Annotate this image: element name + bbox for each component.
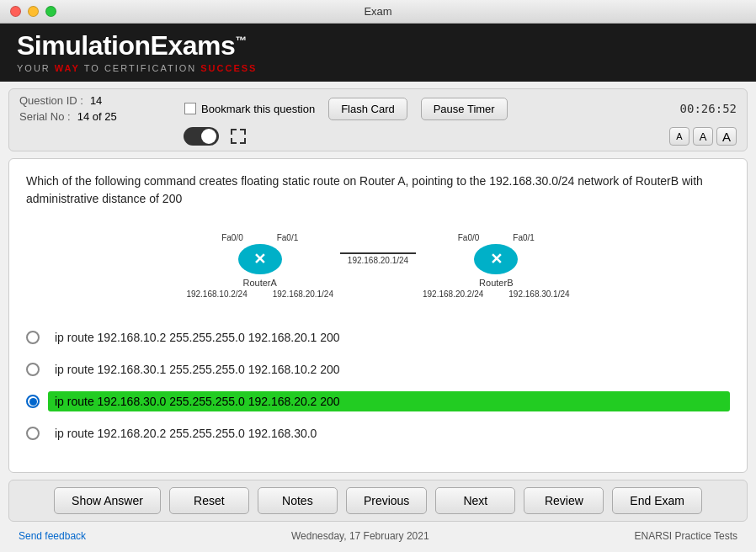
- question-info: Question ID : 14 Serial No : 14 of 25: [19, 94, 171, 123]
- end-exam-button[interactable]: End Exam: [612, 487, 702, 514]
- router-a-port-left: Fa0/0: [221, 233, 243, 242]
- bottom-bar: Show Answer Reset Notes Previous Next Re…: [8, 480, 748, 522]
- toggle-switch[interactable]: [184, 127, 219, 146]
- toggle-knob: [201, 129, 216, 144]
- reset-button[interactable]: Reset: [169, 487, 249, 514]
- font-small-button[interactable]: A: [669, 127, 689, 146]
- router-a-ip-right: 192.168.20.1/24: [273, 289, 333, 299]
- options-list: ip route 192.168.10.2 255.255.255.0 192.…: [26, 327, 730, 443]
- bookmark-checkbox[interactable]: [184, 103, 196, 114]
- radio-b[interactable]: [26, 363, 40, 376]
- window-controls[interactable]: [10, 6, 56, 17]
- show-answer-button[interactable]: Show Answer: [54, 487, 161, 514]
- timer-display: 00:26:52: [680, 102, 737, 115]
- question-id-label: Question ID :: [19, 94, 83, 107]
- maximize-button[interactable]: [45, 6, 56, 17]
- option-a[interactable]: ip route 192.168.10.2 255.255.255.0 192.…: [26, 327, 730, 348]
- footer-date: Wednesday, 17 February 2021: [291, 530, 429, 542]
- router-a-section: Fa0/0 Fa0/1 ✕ RouterA 192.168.10.2/24 19…: [186, 233, 333, 299]
- pause-timer-button[interactable]: Pause Timer: [421, 98, 508, 120]
- footer-product: ENARSI Practice Tests: [635, 530, 737, 542]
- expand-icon[interactable]: [229, 127, 248, 146]
- router-b-ip-right: 192.168.30.1/24: [508, 289, 569, 299]
- router-a-icon: ✕: [238, 244, 282, 274]
- window-title: Exam: [364, 5, 391, 18]
- router-a-label: RouterA: [243, 278, 277, 288]
- question-id-value: 14: [90, 94, 102, 107]
- option-d-text: ip route 192.168.20.2 255.255.255.0 192.…: [48, 423, 323, 443]
- router-b-ip-left: 192.168.20.2/24: [423, 289, 483, 299]
- font-medium-button[interactable]: A: [693, 127, 713, 146]
- router-b-label: RouterB: [479, 278, 513, 288]
- font-size-controls: A A A: [669, 127, 737, 146]
- option-c-text: ip route 192.168.30.0 255.255.255.0 192.…: [48, 391, 730, 411]
- brand-tagline: YOUR WAY TO CERTIFICATION SUCCESS: [17, 63, 739, 73]
- radio-c[interactable]: [26, 395, 40, 408]
- option-a-text: ip route 192.168.10.2 255.255.255.0 192.…: [48, 327, 347, 348]
- radio-d[interactable]: [26, 427, 40, 440]
- serial-no-label: Serial No :: [19, 110, 71, 123]
- router-b-section: Fa0/0 Fa0/1 ✕ RouterB 192.168.20.2/24 19…: [423, 233, 570, 299]
- question-text: Which of the following command creates f…: [26, 172, 730, 208]
- router-a-port-right: Fa0/1: [277, 233, 299, 242]
- info-bar: Question ID : 14 Serial No : 14 of 25 Bo…: [8, 88, 748, 151]
- router-b-icon: ✕: [474, 244, 518, 274]
- brand-bar: SimulationExams™ YOUR WAY TO CERTIFICATI…: [0, 24, 756, 82]
- brand-name: SimulationExams™: [17, 30, 739, 61]
- radio-a[interactable]: [26, 331, 40, 344]
- bookmark-label: Bookmark this question: [201, 103, 315, 115]
- option-b-text: ip route 192.168.30.1 255.255.255.0 192.…: [48, 359, 347, 380]
- footer: Send feedback Wednesday, 17 February 202…: [8, 527, 748, 545]
- question-area: Which of the following command creates f…: [8, 158, 748, 473]
- option-c[interactable]: ip route 192.168.30.0 255.255.255.0 192.…: [26, 391, 730, 411]
- font-large-button[interactable]: A: [716, 127, 737, 146]
- router-b-port-left: Fa0/0: [458, 233, 480, 242]
- main-container: Question ID : 14 Serial No : 14 of 25 Bo…: [0, 82, 756, 552]
- network-diagram: Fa0/0 Fa0/1 ✕ RouterA 192.168.10.2/24 19…: [26, 225, 730, 307]
- send-feedback-link[interactable]: Send feedback: [19, 530, 86, 542]
- router-a-ip-left: 192.168.10.2/24: [186, 289, 247, 299]
- title-bar: Exam: [0, 0, 756, 24]
- notes-button[interactable]: Notes: [258, 487, 338, 514]
- bookmark-area[interactable]: Bookmark this question: [184, 103, 315, 115]
- router-b-port-right: Fa0/1: [513, 233, 535, 242]
- option-d[interactable]: ip route 192.168.20.2 255.255.255.0 192.…: [26, 423, 730, 443]
- option-b[interactable]: ip route 192.168.30.1 255.255.255.0 192.…: [26, 359, 730, 380]
- close-button[interactable]: [10, 6, 21, 17]
- link-ip: 192.168.20.1/24: [348, 256, 408, 265]
- serial-no-value: 14 of 25: [77, 110, 117, 123]
- previous-button[interactable]: Previous: [346, 487, 427, 514]
- review-button[interactable]: Review: [524, 487, 604, 514]
- minimize-button[interactable]: [28, 6, 39, 17]
- next-button[interactable]: Next: [435, 487, 515, 514]
- flash-card-button[interactable]: Flash Card: [328, 98, 407, 120]
